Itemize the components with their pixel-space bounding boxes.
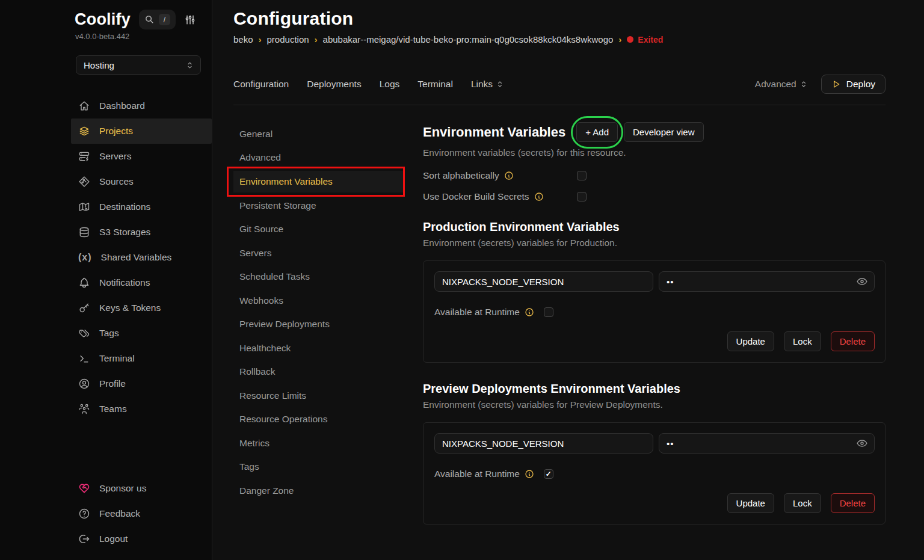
sidebar-item-destinations[interactable]: Destinations <box>71 194 212 220</box>
settings-nav-git-source[interactable]: Git Source <box>233 218 404 242</box>
eye-icon[interactable] <box>856 437 868 449</box>
settings-nav-persistent-storage[interactable]: Persistent Storage <box>233 194 404 218</box>
sidebar-item-label: Sources <box>99 176 134 187</box>
delete-button[interactable]: Delete <box>831 331 875 351</box>
team-selector-value: Hosting <box>84 60 114 70</box>
app-version: v4.0.0-beta.442 <box>75 32 212 41</box>
env-var-name-input[interactable] <box>434 433 653 454</box>
breadcrumb-resource[interactable]: abubakar--meigag/vid-tube-beko-pro:main-… <box>323 34 614 45</box>
tags-icon <box>78 327 90 339</box>
docker-build-secrets-checkbox[interactable] <box>577 192 587 202</box>
env-var-name-input[interactable] <box>434 271 653 292</box>
sidebar-item-teams[interactable]: Teams <box>71 396 212 422</box>
section-description: Environment variables (secrets) for this… <box>423 147 886 158</box>
map-icon <box>78 201 90 213</box>
env-var-value-input[interactable] <box>659 271 875 292</box>
tab-terminal[interactable]: Terminal <box>417 79 453 90</box>
update-button[interactable]: Update <box>727 331 774 351</box>
breadcrumb-environment[interactable]: production <box>267 34 309 45</box>
env-var-card-production: Available at Runtime Update Lock Delete <box>423 260 886 363</box>
sidebar-item-label: Feedback <box>99 508 140 519</box>
settings-nav-environment-variables[interactable]: Environment Variables <box>233 171 404 192</box>
team-selector[interactable]: Hosting <box>76 55 201 75</box>
sort-alphabetically-checkbox[interactable] <box>577 171 587 180</box>
sidebar-item-s3-storages[interactable]: S3 Storages <box>71 220 212 245</box>
tab-links[interactable]: Links <box>471 79 504 90</box>
docker-build-secrets-label: Use Docker Build Secrets <box>423 191 529 202</box>
page-title: Configuration <box>233 8 886 29</box>
sidebar-item-label: Terminal <box>99 353 135 364</box>
settings-nav-metrics[interactable]: Metrics <box>233 431 404 455</box>
sidebar-item-projects[interactable]: Projects <box>71 118 212 144</box>
info-icon[interactable] <box>504 171 514 180</box>
update-button[interactable]: Update <box>727 493 774 513</box>
preview-section-title: Preview Deployments Environment Variable… <box>423 382 886 396</box>
breadcrumb-project[interactable]: beko <box>233 34 253 45</box>
settings-nav-tags[interactable]: Tags <box>233 455 404 479</box>
settings-nav-scheduled-tasks[interactable]: Scheduled Tasks <box>233 265 404 289</box>
sort-alphabetically-label: Sort alphabetically <box>423 170 499 181</box>
sidebar-item-tags[interactable]: Tags <box>71 321 212 346</box>
git-source-icon <box>78 176 90 188</box>
info-icon[interactable] <box>525 469 534 479</box>
settings-nav-advanced[interactable]: Advanced <box>233 146 404 170</box>
search-button[interactable]: / <box>139 10 176 29</box>
sidebar-item-dashboard[interactable]: Dashboard <box>71 93 212 118</box>
sidebar-item-shared-variables[interactable]: (x) Shared Variables <box>71 245 212 270</box>
sidebar-item-feedback[interactable]: Feedback <box>71 501 212 526</box>
sidebar-item-logout[interactable]: Logout <box>71 526 212 552</box>
sidebar-footer-nav: Sponsor us Feedback Logout <box>71 476 212 552</box>
settings-nav-webhooks[interactable]: Webhooks <box>233 289 404 313</box>
settings-nav-healthcheck[interactable]: Healthcheck <box>233 336 404 360</box>
tab-logs[interactable]: Logs <box>380 79 400 90</box>
sidebar: Coolify / v4.0.0-beta.442 Hosting Dashbo… <box>0 0 212 560</box>
settings-nav-general[interactable]: General <box>233 122 404 146</box>
available-at-runtime-checkbox[interactable] <box>544 469 553 479</box>
env-var-card-preview: Available at Runtime Update Lock Delete <box>423 422 886 525</box>
database-icon <box>78 226 90 238</box>
play-icon <box>831 79 841 89</box>
sidebar-item-label: Logout <box>99 534 128 544</box>
deploy-button-label: Deploy <box>846 79 875 90</box>
eye-icon[interactable] <box>856 275 868 288</box>
sidebar-item-sources[interactable]: Sources <box>71 169 212 194</box>
lock-button[interactable]: Lock <box>784 331 821 351</box>
section-heading: Environment Variables <box>423 125 565 140</box>
advanced-dropdown-label: Advanced <box>755 79 796 90</box>
users-group-icon <box>78 403 90 415</box>
sidebar-item-servers[interactable]: Servers <box>71 144 212 169</box>
available-at-runtime-checkbox[interactable] <box>544 307 553 317</box>
sidebar-item-profile[interactable]: Profile <box>71 371 212 396</box>
main-area: Configuration beko › production › abubak… <box>212 0 924 560</box>
selector-icon <box>799 80 808 88</box>
sidebar-item-terminal[interactable]: Terminal <box>71 346 212 371</box>
sidebar-item-keys-tokens[interactable]: Keys & Tokens <box>71 295 212 321</box>
settings-nav-rollback[interactable]: Rollback <box>233 360 404 384</box>
key-icon <box>78 302 90 314</box>
env-var-value-input[interactable] <box>659 433 875 454</box>
settings-nav-resource-limits[interactable]: Resource Limits <box>233 384 404 408</box>
settings-nav-preview-deployments[interactable]: Preview Deployments <box>233 313 404 337</box>
settings-nav-servers[interactable]: Servers <box>233 241 404 265</box>
info-icon[interactable] <box>534 192 544 202</box>
advanced-dropdown[interactable]: Advanced <box>755 79 808 90</box>
settings-nav-danger-zone[interactable]: Danger Zone <box>233 479 404 503</box>
tab-links-label: Links <box>471 79 493 90</box>
delete-button[interactable]: Delete <box>831 493 875 513</box>
lock-button[interactable]: Lock <box>784 493 821 513</box>
tab-deployments[interactable]: Deployments <box>307 79 361 90</box>
settings-nav-resource-operations[interactable]: Resource Operations <box>233 408 404 432</box>
sidebar-item-notifications[interactable]: Notifications <box>71 270 212 295</box>
info-icon[interactable] <box>525 307 534 317</box>
settings-sliders-icon[interactable] <box>184 14 196 26</box>
add-button[interactable]: + Add <box>576 122 618 142</box>
selector-icon <box>185 61 194 70</box>
developer-view-button[interactable]: Developer view <box>624 122 704 142</box>
chevron-right-icon: › <box>259 34 262 45</box>
server-icon <box>78 150 90 162</box>
sidebar-item-sponsor-us[interactable]: Sponsor us <box>71 476 212 501</box>
deploy-button[interactable]: Deploy <box>821 75 886 94</box>
tab-configuration[interactable]: Configuration <box>233 79 289 90</box>
production-section-description: Environment (secrets) variables for Prod… <box>423 238 886 248</box>
chevron-right-icon: › <box>315 34 318 45</box>
